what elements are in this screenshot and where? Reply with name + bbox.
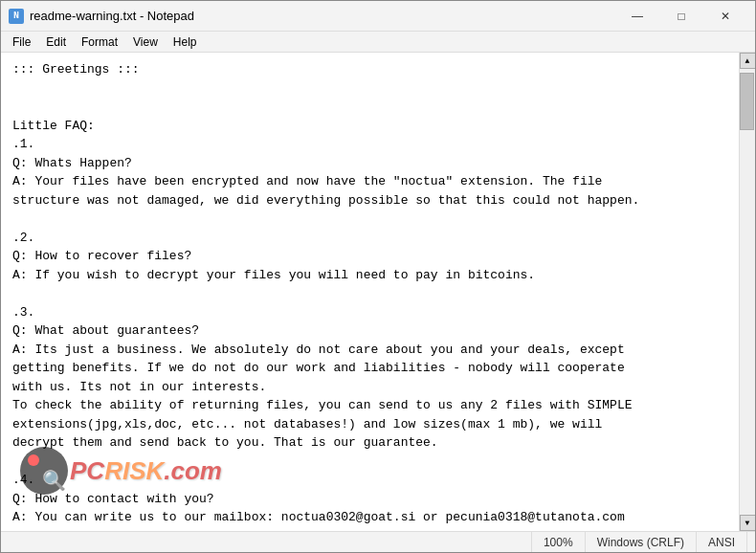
scroll-thumb[interactable] bbox=[740, 73, 754, 130]
window-controls: — □ ✕ bbox=[615, 1, 747, 32]
close-button[interactable]: ✕ bbox=[703, 1, 747, 32]
status-cursor bbox=[9, 532, 532, 552]
scroll-down-button[interactable]: ▼ bbox=[740, 515, 756, 531]
app-icon-text: N bbox=[13, 11, 19, 21]
scroll-track bbox=[740, 69, 755, 515]
status-zoom: 100% bbox=[532, 532, 586, 552]
menu-help[interactable]: Help bbox=[166, 33, 205, 51]
status-line-ending: Windows (CRLF) bbox=[586, 532, 697, 552]
text-editor[interactable] bbox=[1, 53, 739, 531]
scroll-up-button[interactable]: ▲ bbox=[740, 53, 756, 69]
title-bar: N readme-warning.txt - Notepad — □ ✕ bbox=[1, 1, 755, 32]
maximize-button[interactable]: □ bbox=[659, 1, 703, 32]
menu-edit[interactable]: Edit bbox=[38, 33, 74, 51]
window-title: readme-warning.txt - Notepad bbox=[30, 9, 615, 23]
minimize-button[interactable]: — bbox=[615, 1, 659, 32]
notepad-window: N readme-warning.txt - Notepad — □ ✕ Fil… bbox=[0, 0, 756, 553]
editor-area: ▲ ▼ bbox=[1, 53, 755, 531]
menu-file[interactable]: File bbox=[5, 33, 38, 51]
menu-bar: File Edit Format View Help bbox=[1, 32, 755, 53]
vertical-scrollbar: ▲ ▼ bbox=[739, 53, 755, 531]
status-encoding: ANSI bbox=[697, 532, 747, 552]
menu-format[interactable]: Format bbox=[74, 33, 125, 51]
app-icon: N bbox=[9, 9, 24, 24]
status-bar: 100% Windows (CRLF) ANSI bbox=[1, 531, 755, 552]
menu-view[interactable]: View bbox=[125, 33, 166, 51]
